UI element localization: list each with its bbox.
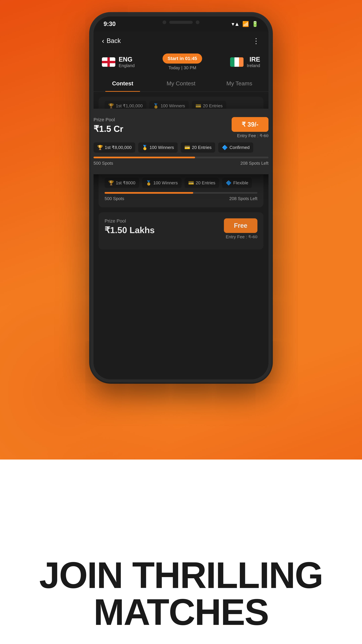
- team2-flag: [230, 57, 244, 67]
- team2-code: IRE: [247, 56, 260, 63]
- wifi-icon: ▾▲: [232, 21, 240, 27]
- card1-medal-icon: 🥇: [153, 103, 159, 109]
- floating-stat2-label: 100 Winners: [149, 145, 174, 150]
- card2-progress-bg: [105, 192, 257, 194]
- card2-stat1-label: 1st ₹8000: [116, 180, 135, 186]
- floating-prize-info: Prize Pool ₹1.5 Cr: [93, 117, 123, 134]
- notch-speaker: [169, 21, 193, 24]
- card2-flex-icon: 🔷: [226, 180, 232, 186]
- floating-stat3-label: 20 Entries: [192, 145, 212, 150]
- volume-up-button: [90, 87, 93, 110]
- card2-medal-icon: 🥇: [146, 180, 152, 186]
- bottom-text-line2: MATCHES: [0, 594, 362, 630]
- card2-stat2-label: 100 Winners: [153, 180, 178, 186]
- team1-flag: [102, 57, 115, 67]
- card3-prize-info: Prize Pool ₹1.50 Lakhs: [105, 218, 155, 235]
- power-button: [269, 84, 272, 107]
- flag-ire-white: [234, 57, 239, 67]
- phone-container: 9:30 ▾▲ 📶 🔋 ‹ Back ⋮: [90, 14, 272, 382]
- status-time: 9:30: [104, 20, 116, 28]
- floating-stat-1: 🏆 1st ₹8,00,000: [93, 142, 135, 152]
- floating-confirmed-icon: 🔷: [222, 145, 228, 150]
- floating-progress-labels: 500 Spots 208 Spots Left: [93, 161, 269, 166]
- card3-prize-amount: ₹1.50 Lakhs: [105, 225, 155, 235]
- card2-progress-fill: [105, 192, 193, 194]
- notch-camera: [163, 20, 166, 24]
- card3-entry-fee-text: Entry Fee :: [226, 234, 247, 239]
- phone-device: 9:30 ▾▲ 📶 🔋 ‹ Back ⋮: [90, 14, 272, 382]
- card3-top: Prize Pool ₹1.50 Lakhs Free Entry Fee : …: [105, 218, 257, 240]
- team2-name: Ireland: [247, 63, 260, 68]
- back-arrow-icon: ‹: [102, 37, 104, 45]
- floating-progress-bg: [93, 157, 269, 158]
- card3-entry-fee-original: ₹-60: [248, 234, 257, 239]
- floating-fee-original: ₹ 60: [260, 133, 269, 138]
- card3-entry-section: Free Entry Fee : ₹-60: [224, 218, 257, 240]
- floating-total-spots: 500 Spots: [93, 161, 113, 166]
- floating-fee-text: Entry Fee :: [237, 133, 258, 138]
- match-time: Today | 30 PM: [163, 65, 202, 70]
- team1-name: England: [119, 63, 135, 68]
- bottom-text-line1: JOIN THRILLING: [0, 557, 362, 594]
- card2-progress-labels: 500 Spots 208 Spots Left: [105, 196, 257, 201]
- floating-card-top: Prize Pool ₹1.5 Cr ₹ 39/- Entry Fee : ₹ …: [93, 117, 269, 138]
- floating-trophy-icon: 🏆: [97, 145, 103, 150]
- silent-button: [90, 64, 93, 78]
- card2-trophy-icon: 🏆: [108, 180, 114, 186]
- team1: ENG England: [102, 56, 135, 68]
- team1-info: ENG England: [119, 56, 135, 68]
- floating-contest-card: Prize Pool ₹1.5 Cr ₹ 39/- Entry Fee : ₹ …: [93, 109, 269, 174]
- card1-entries-icon: 💳: [195, 103, 201, 109]
- floating-stat4-label: Confirmed: [229, 145, 250, 150]
- floating-entry-fee: Entry Fee : ₹ 60: [232, 133, 269, 138]
- card3-prize-label: Prize Pool: [105, 218, 155, 224]
- app-screen: ‹ Back ⋮ ENG England Start in 01:45 Toda…: [93, 32, 269, 379]
- card3-entry-button[interactable]: Free: [224, 218, 257, 233]
- card2-stat3-label: 20 Entries: [196, 180, 215, 186]
- match-header: ENG England Start in 01:45 Today | 30 PM…: [93, 50, 269, 76]
- floating-entries-icon: 💳: [184, 145, 190, 150]
- floating-medal-icon: 🥇: [142, 145, 148, 150]
- card2-stats: 🏆 1st ₹8000 🥇 100 Winners 💳 20 Entries: [105, 178, 257, 188]
- tab-my-contest[interactable]: My Contest: [152, 76, 210, 92]
- tab-bar: Contest My Contest My Teams: [93, 76, 269, 92]
- battery-icon: 🔋: [252, 21, 258, 27]
- tab-my-teams[interactable]: My Teams: [210, 76, 269, 92]
- card2-stat-3: 💳 20 Entries: [185, 178, 219, 188]
- tab-contest[interactable]: Contest: [93, 76, 152, 92]
- volume-down-button: [90, 119, 93, 142]
- card1-stat3-label: 20 Entries: [203, 103, 223, 108]
- card1-stat1-label: 1st ₹1,00,000: [116, 103, 143, 108]
- floating-spots-left: 208 Spots Left: [240, 161, 269, 166]
- card2-total-spots: 500 Spots: [105, 196, 124, 201]
- card2-progress: 500 Spots 208 Spots Left: [105, 192, 257, 201]
- bottom-cta: JOIN THRILLING MATCHES: [0, 557, 362, 630]
- back-button[interactable]: ‹ Back: [102, 37, 121, 45]
- status-icons: ▾▲ 📶 🔋: [232, 21, 258, 27]
- floating-stat-4: 🔷 Confirmed: [218, 142, 253, 152]
- match-center: Start in 01:45 Today | 30 PM: [163, 54, 202, 70]
- team2-info: IRE Ireland: [247, 56, 260, 68]
- team1-code: ENG: [119, 56, 135, 63]
- start-timer-badge: Start in 01:45: [163, 54, 202, 64]
- floating-entry-button[interactable]: ₹ 39/-: [232, 117, 269, 132]
- card1-stat2-label: 100 Winners: [161, 103, 185, 108]
- back-label: Back: [107, 37, 121, 44]
- card2-stat-2: 🥇 100 Winners: [142, 178, 182, 188]
- card2-spots-left: 208 Spots Left: [229, 196, 257, 201]
- floating-entry-section: ₹ 39/- Entry Fee : ₹ 60: [232, 117, 269, 138]
- floating-stats-row: 🏆 1st ₹8,00,000 🥇 100 Winners 💳 20 Entri…: [93, 142, 269, 152]
- floating-stat-3: 💳 20 Entries: [181, 142, 215, 152]
- floating-stat-2: 🥇 100 Winners: [138, 142, 178, 152]
- more-options-icon[interactable]: ⋮: [252, 36, 260, 45]
- card2-stat-1: 🏆 1st ₹8000: [105, 178, 139, 188]
- floating-prize-amount: ₹1.5 Cr: [93, 124, 123, 134]
- card1-trophy-icon: 🏆: [108, 103, 114, 109]
- contest-card-3: Prize Pool ₹1.50 Lakhs Free Entry Fee : …: [98, 212, 264, 250]
- floating-progress-fill: [93, 157, 195, 158]
- floating-prize-label: Prize Pool: [93, 117, 123, 122]
- card2-stat4-label: Flexible: [233, 180, 248, 186]
- floating-progress: 500 Spots 208 Spots Left: [93, 157, 269, 166]
- card3-entry-fee: Entry Fee : ₹-60: [224, 234, 257, 240]
- card2-stat-4: 🔷 Flexible: [222, 178, 252, 188]
